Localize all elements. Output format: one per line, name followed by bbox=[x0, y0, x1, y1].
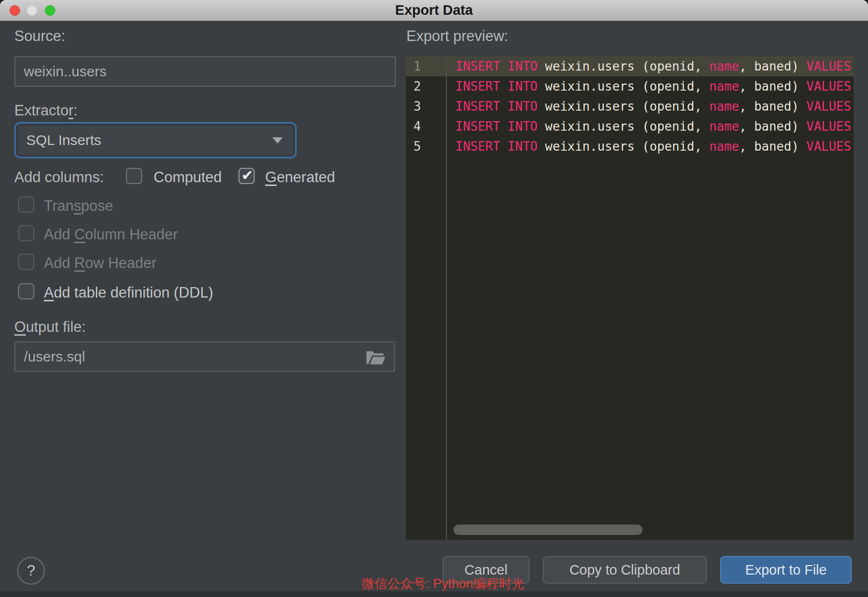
code-text: INSERT INTO weixin.users (openid, name, … bbox=[446, 116, 854, 136]
add-columns-label: Add columns: bbox=[14, 169, 104, 186]
code-line: 5INSERT INTO weixin.users (openid, name,… bbox=[406, 136, 854, 156]
code-text: INSERT INTO weixin.users (openid, name, … bbox=[446, 96, 854, 116]
source-input[interactable]: weixin..users bbox=[14, 56, 396, 87]
title-bar: Export Data bbox=[0, 0, 868, 21]
transpose-label: Transpose bbox=[44, 197, 113, 215]
extractor-label: Extractor: bbox=[14, 102, 78, 119]
line-number: 5 bbox=[406, 136, 446, 156]
generated-label: Generated bbox=[265, 169, 335, 186]
line-number: 4 bbox=[406, 116, 446, 136]
add-row-header-label: Add Row Header bbox=[44, 255, 156, 272]
help-button[interactable]: ? bbox=[17, 557, 45, 585]
extractor-value: SQL Inserts bbox=[26, 132, 101, 148]
gutter-separator bbox=[446, 56, 447, 540]
add-row-header-checkbox bbox=[18, 254, 34, 270]
source-value: weixin..users bbox=[24, 63, 106, 80]
window-title: Export Data bbox=[0, 2, 868, 18]
code-line: 4INSERT INTO weixin.users (openid, name,… bbox=[406, 116, 854, 136]
horizontal-scrollbar[interactable] bbox=[454, 525, 642, 535]
code-text: INSERT INTO weixin.users (openid, name, … bbox=[446, 76, 854, 96]
code-line: 2INSERT INTO weixin.users (openid, name,… bbox=[406, 76, 854, 96]
computed-checkbox[interactable] bbox=[126, 168, 142, 184]
export-data-dialog: Export Data Source: weixin..users Extrac… bbox=[0, 0, 868, 597]
source-label: Source: bbox=[14, 28, 65, 45]
add-ddl-checkbox[interactable] bbox=[18, 283, 34, 299]
code-line: 1INSERT INTO weixin.users (openid, name,… bbox=[406, 56, 854, 76]
output-file-value: /users.sql bbox=[24, 349, 85, 365]
line-number: 2 bbox=[406, 76, 446, 96]
code-text: INSERT INTO weixin.users (openid, name, … bbox=[446, 136, 854, 156]
line-number: 1 bbox=[406, 56, 446, 76]
computed-label: Computed bbox=[154, 169, 222, 186]
code-line: 3INSERT INTO weixin.users (openid, name,… bbox=[406, 96, 854, 116]
output-file-input[interactable]: /users.sql bbox=[14, 341, 395, 372]
add-column-header-label: Add Column Header bbox=[44, 226, 178, 243]
chevron-down-icon bbox=[272, 137, 283, 144]
export-preview-editor[interactable]: 1INSERT INTO weixin.users (openid, name,… bbox=[406, 56, 854, 540]
copy-to-clipboard-button[interactable]: Copy to Clipboard bbox=[543, 556, 707, 584]
editor-lines: 1INSERT INTO weixin.users (openid, name,… bbox=[406, 56, 854, 156]
help-question-mark: ? bbox=[27, 562, 35, 579]
code-text: INSERT INTO weixin.users (openid, name, … bbox=[446, 56, 854, 76]
export-to-file-button[interactable]: Export to File bbox=[720, 556, 852, 584]
add-ddl-label: Add table definition (DDL) bbox=[44, 284, 213, 301]
line-number: 3 bbox=[406, 96, 446, 116]
add-column-header-checkbox bbox=[18, 225, 34, 241]
extractor-select[interactable]: SQL Inserts bbox=[14, 122, 297, 158]
transpose-checkbox bbox=[18, 196, 34, 213]
export-preview-label: Export preview: bbox=[406, 28, 508, 45]
watermark-text: 微信公众号: Python编程时光 bbox=[362, 575, 525, 592]
output-file-label: Output file: bbox=[14, 319, 86, 336]
generated-checkbox[interactable] bbox=[238, 168, 255, 184]
browse-folder-icon[interactable] bbox=[365, 350, 386, 366]
